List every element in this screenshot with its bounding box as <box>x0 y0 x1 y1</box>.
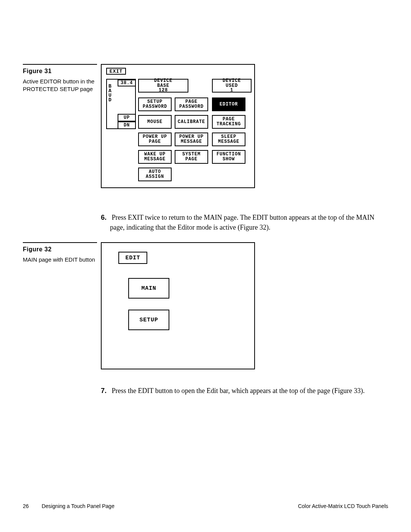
baud-control: 38.4 B A U D UP DN <box>106 79 136 129</box>
protected-setup-screen: EXIT 38.4 B A U D UP DN DEVICEBASE 128 D… <box>101 64 255 188</box>
sidebar-rule <box>23 242 97 243</box>
footer-right: Color Active-Matrix LCD Touch Panels <box>298 503 388 509</box>
page-tracking-button[interactable]: PAGETRACKING <box>212 115 245 129</box>
baud-letter: D <box>108 98 112 102</box>
setup-password-button[interactable]: SETUPPASSWORD <box>138 97 172 111</box>
page-password-button[interactable]: PAGEPASSWORD <box>175 97 208 111</box>
baud-dn-button[interactable]: DN <box>118 121 136 129</box>
mouse-button[interactable]: MOUSE <box>138 115 172 129</box>
power-up-page-button[interactable]: POWER UPPAGE <box>138 133 172 146</box>
step-6: 6. Press EXIT twice to return to the MAI… <box>101 212 381 232</box>
step-7-text: Press the EDIT button to open the Edit b… <box>112 387 365 395</box>
footer-section-title: Designing a Touch Panel Page <box>41 503 114 509</box>
step-6-text: Press EXIT twice to return to the MAIN p… <box>110 214 374 231</box>
baud-value: 38.4 <box>118 80 136 86</box>
power-up-message-button[interactable]: POWER UPMESSAGE <box>175 133 208 146</box>
footer-left: 26 Designing a Touch Panel Page <box>23 503 115 509</box>
step-7: 7. Press the EDIT button to open the Edi… <box>101 386 381 396</box>
wake-up-message-button[interactable]: WAKE UPMESSAGE <box>138 150 172 164</box>
figure31-label: Figure 31 <box>23 68 97 75</box>
system-page-button[interactable]: SYSTEMPAGE <box>175 150 208 164</box>
edit-button[interactable]: EDIT <box>118 252 147 264</box>
device-used-value: 1 <box>230 88 233 93</box>
sleep-message-button[interactable]: SLEEPMESSAGE <box>212 133 245 146</box>
baud-up-button[interactable]: UP <box>118 114 136 121</box>
main-screen: EDIT MAIN SETUP <box>101 242 255 369</box>
page-number: 26 <box>23 503 29 509</box>
sidebar-rule <box>23 64 97 65</box>
step-6-number: 6. <box>101 212 110 222</box>
auto-assign-button[interactable]: AUTOASSIGN <box>138 168 172 181</box>
figure32-sidebar: Figure 32 MAIN page with EDIT button <box>23 242 97 264</box>
exit-button[interactable]: EXIT <box>106 68 126 75</box>
setup-button[interactable]: SETUP <box>128 310 169 330</box>
main-button[interactable]: MAIN <box>128 278 169 299</box>
device-base-label: DEVICEBASE <box>154 78 172 88</box>
function-show-button[interactable]: FUNCTIONSHOW <box>212 150 245 164</box>
calibrate-button[interactable]: CALIBRATE <box>175 115 208 129</box>
figure32-caption: MAIN page with EDIT button <box>23 256 97 264</box>
manual-page: Figure 31 Active EDITOR button in the PR… <box>0 0 411 532</box>
device-used-label: DEVICEUSED <box>223 78 241 88</box>
page-footer: 26 Designing a Touch Panel Page Color Ac… <box>23 503 388 509</box>
device-base-button[interactable]: DEVICEBASE 128 <box>138 79 188 93</box>
step-7-number: 7. <box>101 386 110 396</box>
figure31-caption: Active EDITOR button in the PROTECTED SE… <box>23 78 97 93</box>
device-used-button[interactable]: DEVICEUSED 1 <box>212 79 252 93</box>
device-base-value: 128 <box>159 88 168 93</box>
figure32-label: Figure 32 <box>23 246 97 253</box>
baud-label: B A U D <box>108 84 112 102</box>
editor-button[interactable]: EDITOR <box>212 97 245 111</box>
figure31-sidebar: Figure 31 Active EDITOR button in the PR… <box>23 64 97 93</box>
